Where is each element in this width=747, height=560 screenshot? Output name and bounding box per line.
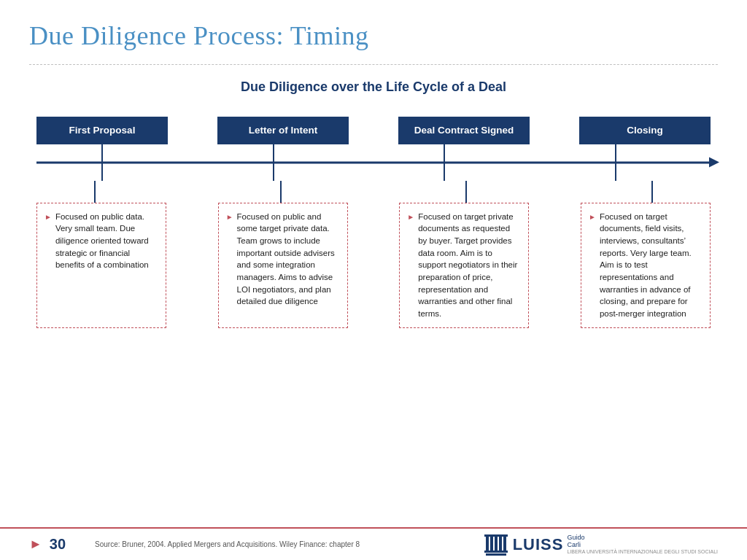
vert-line-below-1: [94, 181, 96, 203]
footer: ► 30 Source: Bruner, 2004. Applied Merge…: [0, 527, 747, 560]
vert-line-wrapper-4: [550, 144, 681, 181]
vert-line-below-wrapper-3: [400, 181, 532, 203]
bullet-arrow-icon-1: ►: [44, 212, 52, 223]
bullet-arrow-icon-4: ►: [589, 212, 596, 223]
svg-rect-5: [484, 534, 508, 537]
logo-text: LUISS: [513, 535, 564, 554]
svg-rect-4: [503, 536, 506, 551]
stage-box-first-proposal: First Proposal: [36, 117, 168, 144]
vert-line-4: [615, 144, 616, 181]
vert-line-1: [101, 144, 103, 181]
header-section: Due Diligence Process: Timing: [0, 0, 747, 58]
footer-arrow-icon: ►: [29, 537, 42, 552]
svg-rect-3: [499, 536, 502, 551]
desc-bullet-2: ► Focused on public and some target priv…: [226, 211, 340, 308]
bullet-arrow-icon-2: ►: [226, 212, 233, 223]
desc-bullet-4: ► Focused on target documents, field vis…: [589, 211, 703, 320]
vertical-lines-bottom: [29, 181, 718, 203]
vert-line-wrapper-1: [36, 144, 168, 181]
bullet-arrow-icon-3: ►: [407, 212, 414, 223]
vert-line-below-3: [465, 181, 467, 203]
vert-line-3: [444, 144, 445, 181]
page-title: Due Diligence Process: Timing: [29, 20, 718, 51]
header-divider: [29, 64, 718, 65]
page-number: 30: [50, 536, 66, 553]
desc-bullet-1: ► Focused on public data. Very small tea…: [44, 211, 158, 271]
desc-box-closing: ► Focused on target documents, field vis…: [581, 203, 711, 328]
timeline-container: First Proposal Letter of Intent Deal Con…: [29, 117, 718, 328]
svg-rect-2: [495, 536, 498, 551]
vert-line-below-2: [280, 181, 282, 203]
vert-line-2: [273, 144, 274, 181]
description-row: ► Focused on public data. Very small tea…: [29, 203, 718, 328]
svg-rect-0: [486, 536, 489, 551]
svg-rect-6: [484, 551, 508, 553]
footer-source: Source: Bruner, 2004. Applied Mergers an…: [95, 540, 360, 548]
page: Due Diligence Process: Timing Due Dilige…: [0, 0, 747, 560]
desc-box-first-proposal: ► Focused on public data. Very small tea…: [36, 203, 166, 328]
vert-line-wrapper-3: [379, 144, 510, 181]
luiss-logo-icon: [483, 532, 509, 558]
svg-rect-1: [490, 536, 493, 551]
desc-box-deal-contract-signed: ► Focused on target private documents as…: [399, 203, 529, 328]
timeline-line-area: [36, 144, 711, 181]
vertical-lines-top: [36, 144, 681, 181]
vert-line-below-wrapper-4: [587, 181, 718, 203]
footer-logo: LUISS Guido Carli LIBERA UNIVERSITÀ INTE…: [483, 532, 718, 558]
desc-box-letter-of-intent: ► Focused on public and some target priv…: [218, 203, 348, 328]
subtitle-area: Due Diligence over the Life Cycle of a D…: [0, 79, 747, 95]
vert-line-wrapper-2: [208, 144, 339, 181]
desc-bullet-3: ► Focused on target private documents as…: [407, 211, 521, 320]
vert-line-below-wrapper-1: [29, 181, 160, 203]
stage-box-closing: Closing: [579, 117, 711, 144]
vert-line-below-4: [651, 181, 653, 203]
stage-box-deal-contract-signed: Deal Contract Signed: [398, 117, 530, 144]
vert-line-below-wrapper-2: [215, 181, 347, 203]
svg-rect-7: [486, 553, 506, 556]
logo-sub: Guido Carli LIBERA UNIVERSITÀ INTERNAZIO…: [567, 534, 718, 556]
stages-row: First Proposal Letter of Intent Deal Con…: [29, 117, 718, 144]
stage-box-letter-of-intent: Letter of Intent: [217, 117, 349, 144]
subtitle: Due Diligence over the Life Cycle of a D…: [241, 79, 506, 94]
